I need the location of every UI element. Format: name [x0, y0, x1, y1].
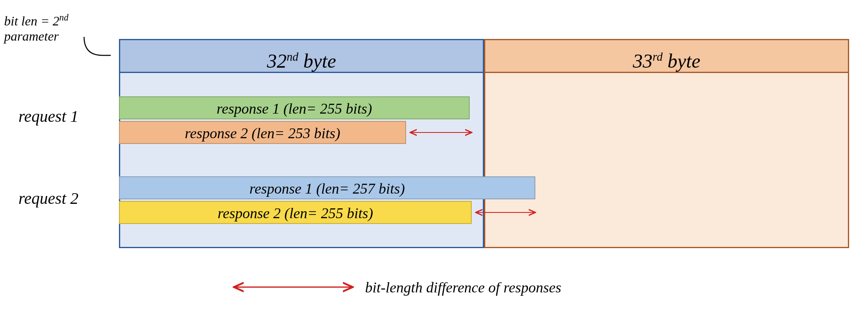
diff-note-text: bit-length difference of responses — [365, 279, 561, 296]
diff-arrows-layer — [0, 0, 868, 324]
diagram-root: bit len = 2nd parameter request 1 reques… — [0, 0, 868, 324]
